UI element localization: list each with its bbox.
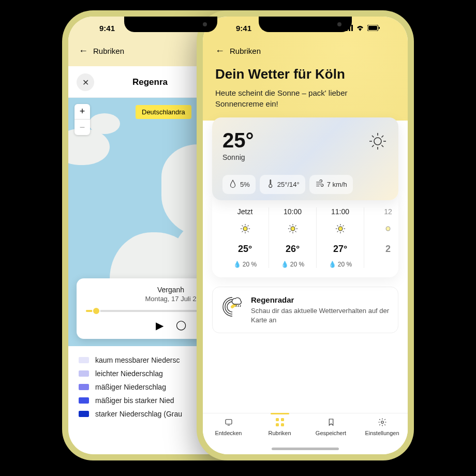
- gear-icon: [378, 418, 387, 428]
- drop-icon: [228, 179, 237, 190]
- hour-item: Jetzt 25° 💧20 %: [221, 207, 269, 268]
- current-temperature: 25°: [222, 129, 254, 152]
- svg-point-25: [291, 227, 295, 231]
- radar-title: Regenradar: [251, 295, 390, 304]
- home-indicator: [272, 448, 339, 450]
- svg-line-40: [343, 231, 344, 232]
- svg-line-12: [372, 136, 374, 138]
- svg-point-52: [381, 421, 383, 424]
- subtitle: Heute scheint die Sonne – pack' lieber S…: [215, 87, 395, 109]
- close-button[interactable]: ✕: [77, 73, 94, 91]
- svg-line-41: [343, 226, 344, 227]
- svg-rect-51: [281, 423, 284, 426]
- zoom-out-button[interactable]: −: [75, 120, 90, 135]
- status-time: 9:41: [99, 24, 115, 33]
- svg-line-24: [242, 231, 243, 232]
- svg-line-31: [295, 231, 296, 232]
- svg-line-21: [242, 226, 243, 227]
- grid-icon: [275, 418, 285, 428]
- sun-icon: [367, 131, 388, 154]
- wind-icon: [315, 179, 324, 190]
- drop-icon: 💧: [329, 261, 336, 268]
- svg-line-22: [247, 231, 248, 232]
- tab-entdecken[interactable]: Entdecken: [203, 418, 254, 454]
- nav-label[interactable]: Rubriken: [230, 47, 261, 55]
- notch: [124, 17, 217, 32]
- zoom-in-button[interactable]: +: [75, 104, 90, 120]
- phone-front: 9:41 ← Rubriken Dein Wetter für Kö: [197, 10, 414, 460]
- svg-line-33: [289, 231, 290, 232]
- svg-point-7: [374, 138, 381, 145]
- svg-line-32: [295, 226, 296, 227]
- svg-line-44: [236, 305, 236, 307]
- sun-icon: [286, 222, 300, 237]
- wifi-icon: [356, 24, 364, 33]
- zoom-controls: + −: [75, 104, 90, 135]
- sun-icon: [381, 222, 395, 237]
- radar-icon: [221, 295, 244, 320]
- notch: [259, 17, 352, 32]
- tab-einstellungen[interactable]: Einstellungen: [356, 418, 408, 454]
- status-time: 9:41: [236, 24, 251, 33]
- thermometer-icon: [265, 179, 275, 190]
- battery-icon: [367, 24, 380, 33]
- precip-pill: 5%: [222, 175, 256, 194]
- sun-icon: [334, 222, 347, 237]
- svg-line-23: [247, 226, 248, 227]
- drop-icon: 💧: [281, 261, 289, 268]
- nav-label[interactable]: Rubriken: [93, 47, 124, 55]
- tab-bar: Entdecken Rubriken Gespeichert Einstellu…: [203, 413, 408, 454]
- page-title: Dein Wetter für Köln: [215, 66, 395, 82]
- svg-rect-5: [368, 26, 377, 30]
- hour-item: 11:00 27° 💧20 %: [317, 207, 364, 268]
- svg-rect-49: [281, 418, 284, 421]
- temp-range-pill: 25°/14°: [260, 175, 305, 194]
- svg-line-39: [337, 226, 338, 227]
- svg-line-13: [382, 145, 384, 147]
- svg-point-43: [386, 227, 390, 231]
- back-icon[interactable]: ←: [215, 46, 225, 56]
- svg-point-34: [338, 227, 343, 231]
- slider-thumb[interactable]: [92, 307, 100, 315]
- hourly-forecast[interactable]: Jetzt 25° 💧20 % 10:00 26° 💧20 % 11:00 27…: [212, 197, 398, 277]
- svg-rect-48: [276, 418, 279, 421]
- bookmark-icon: [326, 418, 336, 428]
- svg-line-30: [289, 226, 290, 227]
- svg-line-45: [238, 305, 239, 307]
- play-button[interactable]: ▶: [156, 319, 163, 332]
- map-tag[interactable]: Deutschlandra: [136, 105, 191, 119]
- back-icon[interactable]: ←: [79, 46, 88, 56]
- refresh-button[interactable]: ◯: [176, 319, 186, 332]
- weather-card: 25° Sonnig 5% 25°/14°: [212, 117, 398, 200]
- discover-icon: [224, 418, 233, 428]
- radar-card[interactable]: Regenradar Schau dir das aktuelle Wetter…: [212, 287, 398, 333]
- drop-icon: 💧: [233, 261, 241, 268]
- hour-item: 10:00 26° 💧20 %: [269, 207, 317, 268]
- svg-rect-3: [351, 25, 353, 31]
- sheet-title: Regenra: [132, 77, 168, 87]
- sun-icon: [239, 222, 252, 237]
- svg-line-42: [337, 231, 338, 232]
- svg-line-15: [372, 145, 374, 147]
- svg-rect-47: [226, 420, 232, 424]
- legend-swatch: [79, 357, 89, 363]
- current-condition: Sonnig: [222, 153, 254, 161]
- wind-pill: 7 km/h: [309, 175, 353, 194]
- svg-line-46: [240, 305, 241, 307]
- svg-rect-6: [379, 27, 380, 29]
- svg-line-14: [382, 136, 384, 138]
- svg-rect-50: [276, 423, 279, 426]
- radar-subtitle: Schau dir das aktuelle Wetterverhalten a…: [251, 306, 390, 324]
- svg-point-16: [243, 227, 247, 231]
- hour-item: 12 2: [364, 207, 398, 268]
